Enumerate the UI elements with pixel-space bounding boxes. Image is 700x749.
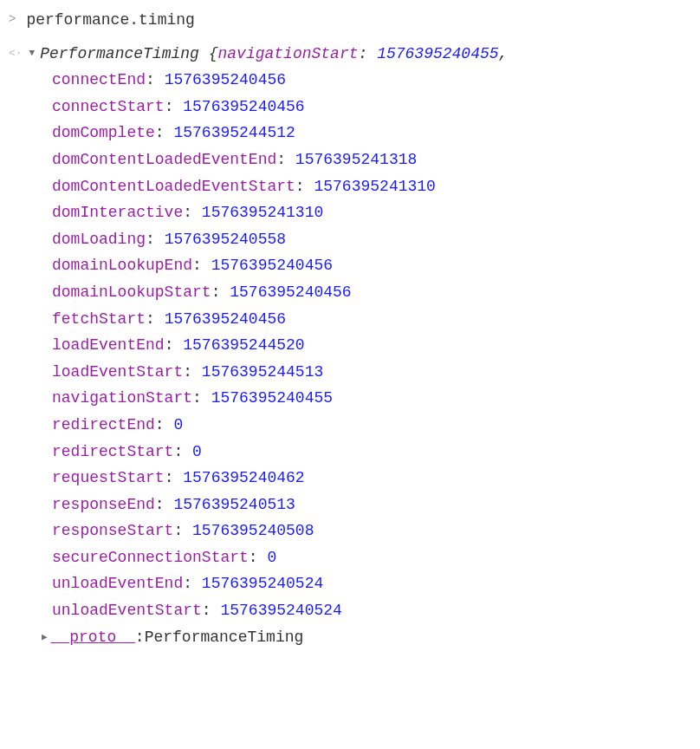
property-value: 1576395240455 — [211, 389, 333, 407]
property-key: responseEnd — [52, 496, 155, 513]
property-key: responseStart — [52, 522, 173, 539]
input-prompt-icon: > — [9, 10, 16, 30]
property-key: requestStart — [52, 469, 165, 486]
colon: : — [165, 336, 184, 354]
property-row[interactable]: secureConnectionStart: 0 — [52, 544, 691, 571]
property-row[interactable]: domContentLoadedEventStart: 157639524131… — [52, 173, 691, 200]
colon: : — [155, 124, 174, 141]
property-row[interactable]: requestStart: 1576395240462 — [52, 465, 691, 492]
output-return-icon: <· — [9, 44, 23, 63]
property-key: loadEventEnd — [52, 336, 165, 354]
property-value: 1576395241310 — [314, 178, 435, 195]
property-row[interactable]: fetchStart: 1576395240456 — [52, 306, 691, 333]
property-value: 1576395241310 — [202, 204, 323, 221]
preview-value: 1576395240455 — [377, 45, 498, 62]
property-key: secureConnectionStart — [52, 549, 249, 566]
property-key: domainLookupEnd — [52, 257, 192, 274]
property-row[interactable]: unloadEventEnd: 1576395240524 — [52, 570, 691, 597]
object-header[interactable]: PerformanceTiming {navigationStart: 1576… — [40, 41, 508, 68]
property-key: domContentLoadedEventStart — [52, 178, 295, 195]
property-row[interactable]: unloadEventStart: 1576395240524 — [52, 597, 691, 624]
property-value: 1576395240524 — [220, 602, 341, 619]
property-value: 0 — [192, 443, 202, 460]
property-row[interactable]: loadEventStart: 1576395244513 — [52, 359, 691, 386]
console-output-line: <· ▼ PerformanceTiming {navigationStart:… — [9, 41, 691, 68]
colon: : — [183, 204, 202, 221]
property-row[interactable]: redirectStart: 0 — [52, 439, 691, 466]
property-key: loadEventStart — [52, 363, 183, 381]
property-value: 1576395240456 — [165, 71, 286, 88]
property-key: domContentLoadedEventEnd — [52, 151, 276, 168]
property-value: 1576395240456 — [211, 257, 333, 274]
expand-toggle-icon[interactable]: ▼ — [29, 45, 36, 62]
colon: : — [295, 178, 314, 195]
property-value: 1576395244520 — [183, 336, 304, 354]
property-value: 0 — [267, 549, 276, 566]
brace-open: { — [209, 45, 218, 62]
colon: : — [173, 443, 192, 460]
colon: : — [165, 98, 184, 115]
property-value: 1576395240513 — [173, 496, 295, 513]
property-value: 1576395244513 — [202, 363, 323, 381]
property-row[interactable]: responseEnd: 1576395240513 — [52, 492, 691, 518]
property-row[interactable]: redirectEnd: 0 — [52, 412, 691, 439]
property-row[interactable]: connectEnd: 1576395240456 — [52, 67, 691, 94]
colon: : — [155, 496, 174, 513]
console-input-text[interactable]: performance.timing — [26, 7, 194, 34]
property-value: 0 — [173, 416, 183, 433]
colon: : — [202, 602, 221, 619]
colon: : — [173, 522, 192, 539]
colon: : — [192, 257, 211, 274]
proto-key: __proto__ — [51, 624, 135, 651]
property-row[interactable]: domContentLoadedEventEnd: 1576395241318 — [52, 147, 691, 173]
proto-expand-icon[interactable]: ▶ — [42, 629, 48, 646]
property-value: 1576395241318 — [295, 151, 417, 168]
property-value: 1576395240524 — [202, 575, 323, 592]
proto-row[interactable]: ▶ __proto__: PerformanceTiming — [42, 624, 691, 651]
property-row[interactable]: domLoading: 1576395240558 — [52, 226, 691, 253]
property-value: 1576395244512 — [173, 124, 295, 141]
property-key: domainLookupStart — [52, 283, 211, 301]
preview-key: navigationStart — [217, 45, 358, 62]
property-value: 1576395240456 — [183, 98, 304, 115]
colon: : — [183, 363, 202, 381]
property-row[interactable]: domainLookupEnd: 1576395240456 — [52, 252, 691, 279]
colon: : — [146, 231, 165, 248]
colon: : — [146, 71, 165, 88]
property-value: 1576395240558 — [165, 231, 286, 248]
property-key: connectStart — [52, 98, 165, 115]
property-key: connectEnd — [52, 71, 146, 88]
property-value: 1576395240456 — [230, 283, 351, 301]
property-key: redirectEnd — [52, 416, 155, 433]
property-row[interactable]: connectStart: 1576395240456 — [52, 94, 691, 120]
property-key: navigationStart — [52, 389, 192, 407]
colon: : — [211, 283, 230, 301]
property-row[interactable]: responseStart: 1576395240508 — [52, 518, 691, 544]
property-key: fetchStart — [52, 310, 146, 328]
object-type-name: PerformanceTiming — [40, 45, 199, 62]
colon: : — [192, 389, 211, 407]
colon: : — [155, 416, 174, 433]
property-row[interactable]: domComplete: 1576395244512 — [52, 120, 691, 147]
proto-value: PerformanceTiming — [145, 624, 304, 651]
property-value: 1576395240456 — [165, 310, 286, 328]
property-value: 1576395240462 — [183, 469, 304, 486]
object-properties: connectEnd: 1576395240456connectStart: 1… — [52, 67, 691, 623]
property-key: domLoading — [52, 231, 146, 248]
property-row[interactable]: domainLookupStart: 1576395240456 — [52, 279, 691, 306]
property-row[interactable]: domInteractive: 1576395241310 — [52, 199, 691, 226]
colon: : — [276, 151, 295, 168]
property-key: unloadEventEnd — [52, 575, 183, 592]
property-value: 1576395240508 — [192, 522, 314, 539]
property-key: domInteractive — [52, 204, 183, 221]
colon: : — [165, 469, 184, 486]
console-input-line: > performance.timing — [9, 7, 691, 34]
property-key: redirectStart — [52, 443, 173, 460]
property-row[interactable]: navigationStart: 1576395240455 — [52, 385, 691, 412]
colon: : — [183, 575, 202, 592]
property-row[interactable]: loadEventEnd: 1576395244520 — [52, 332, 691, 359]
property-key: domComplete — [52, 124, 155, 141]
colon: : — [249, 549, 268, 566]
property-key: unloadEventStart — [52, 602, 202, 619]
colon: : — [146, 310, 165, 328]
